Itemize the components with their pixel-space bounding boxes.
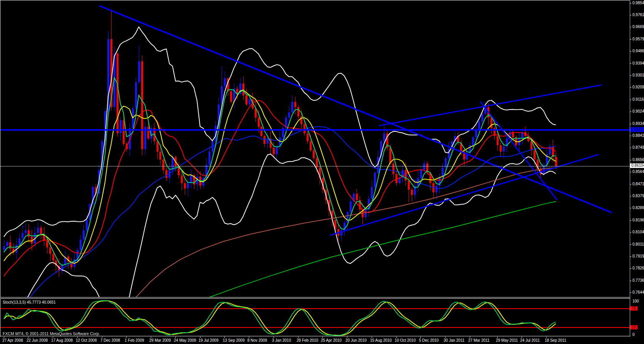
price-axis-tick — [630, 184, 631, 184]
price-axis-label: 0.86565 — [632, 158, 644, 162]
price-axis-label: 0.78265 — [632, 266, 644, 270]
date-axis-tick — [322, 337, 323, 338]
date-axis-tick — [298, 337, 299, 338]
date-axis-tick — [372, 337, 372, 338]
price-axis-label: 0.97615 — [632, 13, 644, 17]
date-axis-tick — [28, 337, 28, 338]
price-axis-label: 0.84715 — [632, 182, 644, 186]
date-axis-label: 25 Apr 2010 — [321, 338, 342, 342]
date-axis-tick — [4, 337, 4, 338]
date-axis-label: 13 Sep 2009 — [223, 338, 245, 342]
price-axis-tick — [630, 172, 631, 172]
date-axis-label: 30 Jan 2011 — [444, 338, 464, 342]
price-axis-tick — [630, 244, 631, 245]
price-axis-label: 0.89340 — [632, 122, 644, 126]
date-axis-label: 24 May 2009 — [174, 338, 196, 342]
price-axis-label: 0.77365 — [632, 279, 644, 283]
date-axis-label: 18 Sep 2011 — [545, 338, 566, 342]
date-axis-label: 15 Aug 2010 — [370, 338, 392, 342]
date-axis-tick — [53, 337, 53, 338]
price-axis[interactable]: 0.88858 0.86104 100 75 25 0 0.985400.976… — [630, 0, 644, 337]
price-axis-tick — [630, 124, 631, 124]
price-axis-label: 0.79190 — [632, 254, 644, 258]
price-axis-label: 0.92090 — [632, 85, 644, 89]
date-axis-label: 20 Jun 2010 — [345, 338, 367, 342]
date-axis-label: 19 Jul 2009 — [199, 338, 219, 342]
date-axis-tick — [126, 337, 127, 338]
date-axis-tick — [274, 337, 274, 338]
date-axis-tick — [420, 337, 421, 338]
price-axis-label: 0.94865 — [632, 49, 644, 53]
date-axis-tick — [175, 337, 176, 338]
date-axis-tick — [546, 337, 547, 338]
hline-price-tag: 0.88858 — [630, 127, 644, 132]
date-axis-label: 10 Oct 2010 — [395, 338, 415, 342]
date-axis-tick — [470, 337, 470, 338]
price-axis-label: 0.82890 — [632, 206, 644, 210]
date-axis-tick — [249, 337, 249, 338]
price-axis-tick — [630, 63, 631, 64]
price-axis-tick — [630, 51, 631, 52]
price-axis-tick — [630, 136, 631, 136]
price-axis-label: 0.81965 — [632, 218, 644, 222]
stoch-scale-0: 0 — [632, 333, 635, 337]
price-axis-label: 0.98540 — [632, 1, 644, 5]
date-axis-label: 28 Feb 2010 — [297, 338, 318, 342]
price-axis-label: 0.81040 — [632, 230, 644, 234]
date-axis-label: 1 Feb 2009 — [125, 338, 144, 342]
date-axis-label: 3 Jan 2010 — [272, 338, 291, 342]
date-axis-label: 29 May 2011 — [496, 338, 518, 342]
price-axis-tick — [630, 196, 631, 196]
price-axis-label: 0.95790 — [632, 37, 644, 41]
date-axis-label: 29 Mar 2009 — [149, 338, 171, 342]
price-axis-tick — [630, 220, 631, 221]
price-axis-label: 0.83790 — [632, 194, 644, 198]
date-axis-label: 24 Jul 2011 — [520, 338, 540, 342]
price-axis-tick — [630, 148, 631, 148]
price-axis-tick — [630, 160, 631, 160]
price-axis-tick — [630, 39, 631, 40]
price-axis-label: 0.80115 — [632, 243, 644, 246]
price-axis-tick — [630, 100, 631, 100]
price-axis-label: 0.93940 — [632, 61, 644, 65]
mt4-chart-window: Stoch(13,3,5) 45.7773 40.0651 FXCM MT4, … — [0, 0, 644, 344]
date-axis-tick — [200, 337, 200, 338]
price-axis-label: 0.93015 — [632, 73, 644, 77]
date-axis-tick — [497, 337, 498, 338]
price-axis-tick — [630, 3, 631, 3]
price-axis-tick — [630, 281, 631, 281]
date-axis-tick — [151, 337, 151, 338]
price-axis-label: 0.90240 — [632, 110, 644, 113]
price-axis-tick — [630, 232, 631, 233]
price-chart-canvas[interactable] — [0, 0, 630, 297]
price-axis-label: 0.87490 — [632, 146, 644, 150]
date-axis-tick — [522, 337, 522, 338]
date-axis-tick — [396, 337, 397, 338]
stochastic-indicator-label: Stoch(13,3,5) 45.7773 40.0651 — [3, 300, 56, 304]
price-axis-tick — [630, 15, 631, 15]
date-axis-tick — [102, 337, 102, 338]
stoch-level-25-tag: 25 — [630, 325, 637, 329]
price-axis-label: 0.85640 — [632, 170, 644, 174]
date-axis-tick — [445, 337, 445, 338]
price-axis-tick — [630, 256, 631, 257]
date-axis-label: 27 Mar 2011 — [468, 338, 489, 342]
price-axis-tick — [630, 268, 631, 269]
price-axis-tick — [630, 292, 631, 293]
date-axis-label: 7 Dec 2008 — [100, 338, 120, 342]
date-axis-tick — [347, 337, 347, 338]
price-axis-tick — [630, 111, 631, 112]
date-axis-label: 22 Jun 2008 — [27, 338, 48, 342]
stochastic-pane-canvas[interactable] — [0, 298, 630, 337]
date-axis-label: 8 Nov 2009 — [247, 338, 267, 342]
current-price-tag: 0.86104 — [630, 163, 644, 168]
price-axis-label: 0.91165 — [632, 98, 644, 101]
price-axis-label: 0.88415 — [632, 134, 644, 138]
date-axis[interactable]: 27 Apr 200822 Jun 200817 Aug 200812 Oct … — [0, 337, 644, 344]
stoch-level-75-tag: 75 — [630, 306, 637, 311]
price-axis-tick — [630, 75, 631, 76]
date-axis-label: 27 Apr 2008 — [2, 338, 23, 342]
price-axis-label: 0.96690 — [632, 25, 644, 29]
date-axis-label: 12 Oct 2008 — [76, 338, 97, 342]
price-axis-label: 0.76440 — [632, 291, 644, 294]
